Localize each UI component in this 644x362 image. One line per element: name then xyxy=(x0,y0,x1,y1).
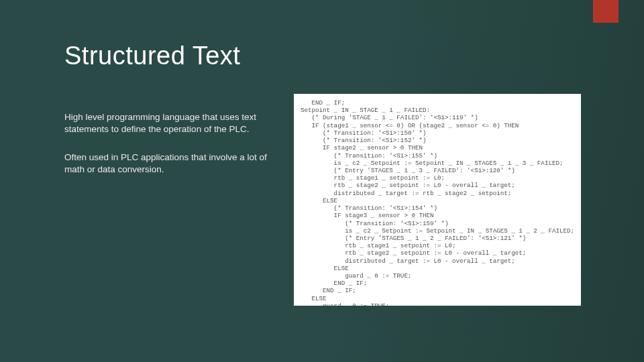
accent-bar xyxy=(593,0,619,23)
paragraph-1: High level programming language that use… xyxy=(64,111,286,135)
slide: Structured Text High level programming l… xyxy=(0,0,644,362)
paragraph-2: Often used in PLC applications that invo… xyxy=(64,152,286,176)
slide-title: Structured Text xyxy=(64,42,240,70)
code-sample: END _ IF; Setpoint _ IN _ STAGE _ 1 _ FA… xyxy=(294,94,581,306)
